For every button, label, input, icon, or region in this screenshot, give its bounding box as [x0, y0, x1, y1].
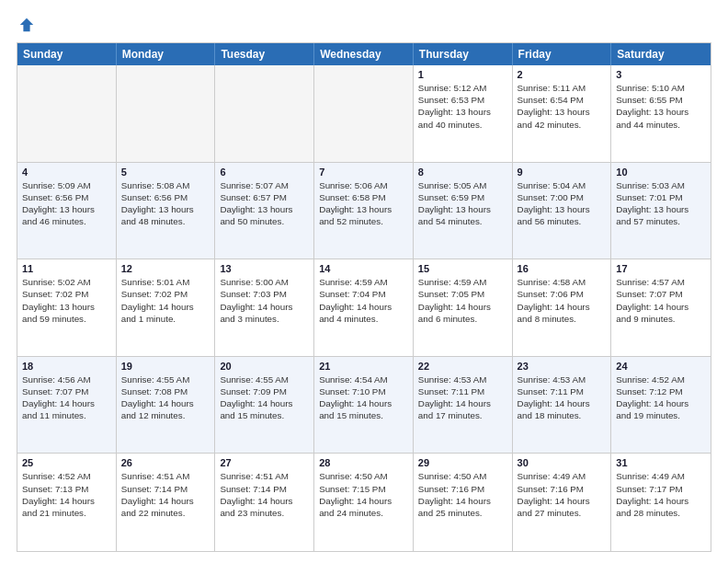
svg-marker-0: [20, 18, 33, 31]
calendar-row: 4Sunrise: 5:09 AM Sunset: 6:56 PM Daylig…: [17, 163, 711, 260]
day-number: 17: [616, 263, 706, 274]
day-number: 1: [418, 69, 507, 80]
day-number: 16: [518, 263, 607, 274]
day-number: 4: [22, 167, 111, 178]
calendar-cell: 4Sunrise: 5:09 AM Sunset: 6:56 PM Daylig…: [17, 163, 117, 259]
cell-info: Sunrise: 4:50 AM Sunset: 7:15 PM Dayligh…: [319, 470, 408, 519]
calendar-cell: 11Sunrise: 5:02 AM Sunset: 7:02 PM Dayli…: [17, 259, 117, 356]
calendar-cell: 24Sunrise: 4:52 AM Sunset: 7:12 PM Dayli…: [611, 357, 711, 454]
calendar-cell: 8Sunrise: 5:05 AM Sunset: 6:59 PM Daylig…: [414, 163, 513, 259]
calendar-cell: 23Sunrise: 4:53 AM Sunset: 7:11 PM Dayli…: [513, 357, 612, 454]
cell-info: Sunrise: 4:49 AM Sunset: 7:17 PM Dayligh…: [616, 470, 706, 519]
day-number: 8: [418, 167, 507, 178]
calendar-cell: 21Sunrise: 4:54 AM Sunset: 7:10 PM Dayli…: [314, 357, 414, 454]
cell-info: Sunrise: 5:10 AM Sunset: 6:55 PM Dayligh…: [616, 82, 706, 131]
calendar-cell: 30Sunrise: 4:49 AM Sunset: 7:16 PM Dayli…: [513, 454, 612, 551]
calendar-row: 18Sunrise: 4:56 AM Sunset: 7:07 PM Dayli…: [17, 357, 711, 454]
calendar-cell: 16Sunrise: 4:58 AM Sunset: 7:06 PM Dayli…: [513, 259, 612, 356]
calendar-cell: [17, 65, 117, 162]
calendar-cell: 27Sunrise: 4:51 AM Sunset: 7:14 PM Dayli…: [215, 454, 314, 551]
weekday-header: Monday: [117, 43, 216, 65]
calendar-cell: [215, 65, 314, 162]
day-number: 3: [616, 69, 706, 80]
cell-info: Sunrise: 5:06 AM Sunset: 6:58 PM Dayligh…: [319, 179, 408, 228]
day-number: 6: [220, 167, 309, 178]
weekday-header: Sunday: [17, 43, 117, 65]
day-number: 22: [418, 361, 507, 372]
day-number: 21: [319, 361, 408, 372]
day-number: 28: [319, 457, 408, 468]
weekday-header: Friday: [513, 43, 612, 65]
cell-info: Sunrise: 4:51 AM Sunset: 7:14 PM Dayligh…: [121, 470, 210, 519]
weekday-header: Wednesday: [314, 43, 414, 65]
cell-info: Sunrise: 4:49 AM Sunset: 7:16 PM Dayligh…: [518, 470, 607, 519]
cell-info: Sunrise: 4:55 AM Sunset: 7:08 PM Dayligh…: [121, 373, 210, 422]
calendar-cell: 7Sunrise: 5:06 AM Sunset: 6:58 PM Daylig…: [314, 163, 414, 259]
cell-info: Sunrise: 5:08 AM Sunset: 6:56 PM Dayligh…: [121, 179, 210, 228]
calendar-cell: 22Sunrise: 4:53 AM Sunset: 7:11 PM Dayli…: [414, 357, 513, 454]
cell-info: Sunrise: 4:56 AM Sunset: 7:07 PM Dayligh…: [22, 373, 111, 422]
day-number: 29: [418, 457, 507, 468]
day-number: 13: [220, 263, 309, 274]
cell-info: Sunrise: 4:52 AM Sunset: 7:13 PM Dayligh…: [22, 470, 111, 519]
day-number: 23: [518, 361, 607, 372]
day-number: 2: [518, 69, 607, 80]
calendar-header: SundayMondayTuesdayWednesdayThursdayFrid…: [17, 43, 711, 65]
day-number: 11: [22, 263, 111, 274]
calendar-cell: 15Sunrise: 4:59 AM Sunset: 7:05 PM Dayli…: [414, 259, 513, 356]
weekday-header: Saturday: [611, 43, 711, 65]
calendar-cell: 17Sunrise: 4:57 AM Sunset: 7:07 PM Dayli…: [611, 259, 711, 356]
cell-info: Sunrise: 5:03 AM Sunset: 7:01 PM Dayligh…: [616, 179, 706, 228]
cell-info: Sunrise: 5:04 AM Sunset: 7:00 PM Dayligh…: [518, 179, 607, 228]
calendar-cell: 9Sunrise: 5:04 AM Sunset: 7:00 PM Daylig…: [513, 163, 612, 259]
day-number: 20: [220, 361, 309, 372]
cell-info: Sunrise: 5:07 AM Sunset: 6:57 PM Dayligh…: [220, 179, 309, 228]
cell-info: Sunrise: 4:52 AM Sunset: 7:12 PM Dayligh…: [616, 373, 706, 422]
calendar-cell: 14Sunrise: 4:59 AM Sunset: 7:04 PM Dayli…: [314, 259, 414, 356]
cell-info: Sunrise: 4:54 AM Sunset: 7:10 PM Dayligh…: [319, 373, 408, 422]
calendar-cell: 2Sunrise: 5:11 AM Sunset: 6:54 PM Daylig…: [513, 65, 612, 162]
calendar-cell: 28Sunrise: 4:50 AM Sunset: 7:15 PM Dayli…: [314, 454, 414, 551]
cell-info: Sunrise: 5:05 AM Sunset: 6:59 PM Dayligh…: [418, 179, 507, 228]
calendar-cell: [117, 65, 216, 162]
calendar-cell: 26Sunrise: 4:51 AM Sunset: 7:14 PM Dayli…: [117, 454, 216, 551]
day-number: 26: [121, 457, 210, 468]
cell-info: Sunrise: 5:11 AM Sunset: 6:54 PM Dayligh…: [518, 82, 607, 131]
calendar-cell: [314, 65, 414, 162]
cell-info: Sunrise: 4:59 AM Sunset: 7:04 PM Dayligh…: [319, 276, 408, 325]
cell-info: Sunrise: 4:51 AM Sunset: 7:14 PM Dayligh…: [220, 470, 309, 519]
calendar-cell: 31Sunrise: 4:49 AM Sunset: 7:17 PM Dayli…: [611, 454, 711, 551]
cell-info: Sunrise: 4:53 AM Sunset: 7:11 PM Dayligh…: [518, 373, 607, 422]
logo-icon: [18, 17, 35, 33]
day-number: 7: [319, 167, 408, 178]
calendar-cell: 3Sunrise: 5:10 AM Sunset: 6:55 PM Daylig…: [611, 65, 711, 162]
day-number: 14: [319, 263, 408, 274]
day-number: 10: [616, 167, 706, 178]
header: [17, 17, 711, 33]
day-number: 19: [121, 361, 210, 372]
calendar-row: 1Sunrise: 5:12 AM Sunset: 6:53 PM Daylig…: [17, 65, 711, 163]
calendar-cell: 29Sunrise: 4:50 AM Sunset: 7:16 PM Dayli…: [414, 454, 513, 551]
calendar-cell: 13Sunrise: 5:00 AM Sunset: 7:03 PM Dayli…: [215, 259, 314, 356]
day-number: 30: [518, 457, 607, 468]
calendar-body: 1Sunrise: 5:12 AM Sunset: 6:53 PM Daylig…: [17, 65, 711, 551]
cell-info: Sunrise: 4:59 AM Sunset: 7:05 PM Dayligh…: [418, 276, 507, 325]
day-number: 12: [121, 263, 210, 274]
calendar-cell: 18Sunrise: 4:56 AM Sunset: 7:07 PM Dayli…: [17, 357, 117, 454]
cell-info: Sunrise: 4:50 AM Sunset: 7:16 PM Dayligh…: [418, 470, 507, 519]
calendar-cell: 6Sunrise: 5:07 AM Sunset: 6:57 PM Daylig…: [215, 163, 314, 259]
calendar-cell: 19Sunrise: 4:55 AM Sunset: 7:08 PM Dayli…: [117, 357, 216, 454]
calendar: SundayMondayTuesdayWednesdayThursdayFrid…: [17, 42, 711, 552]
day-number: 5: [121, 167, 210, 178]
cell-info: Sunrise: 5:09 AM Sunset: 6:56 PM Dayligh…: [22, 179, 111, 228]
day-number: 25: [22, 457, 111, 468]
page: SundayMondayTuesdayWednesdayThursdayFrid…: [0, 0, 728, 563]
day-number: 15: [418, 263, 507, 274]
calendar-cell: 12Sunrise: 5:01 AM Sunset: 7:02 PM Dayli…: [117, 259, 216, 356]
calendar-cell: 10Sunrise: 5:03 AM Sunset: 7:01 PM Dayli…: [611, 163, 711, 259]
cell-info: Sunrise: 4:57 AM Sunset: 7:07 PM Dayligh…: [616, 276, 706, 325]
cell-info: Sunrise: 5:00 AM Sunset: 7:03 PM Dayligh…: [220, 276, 309, 325]
logo: [17, 17, 35, 33]
weekday-header: Tuesday: [215, 43, 314, 65]
day-number: 24: [616, 361, 706, 372]
